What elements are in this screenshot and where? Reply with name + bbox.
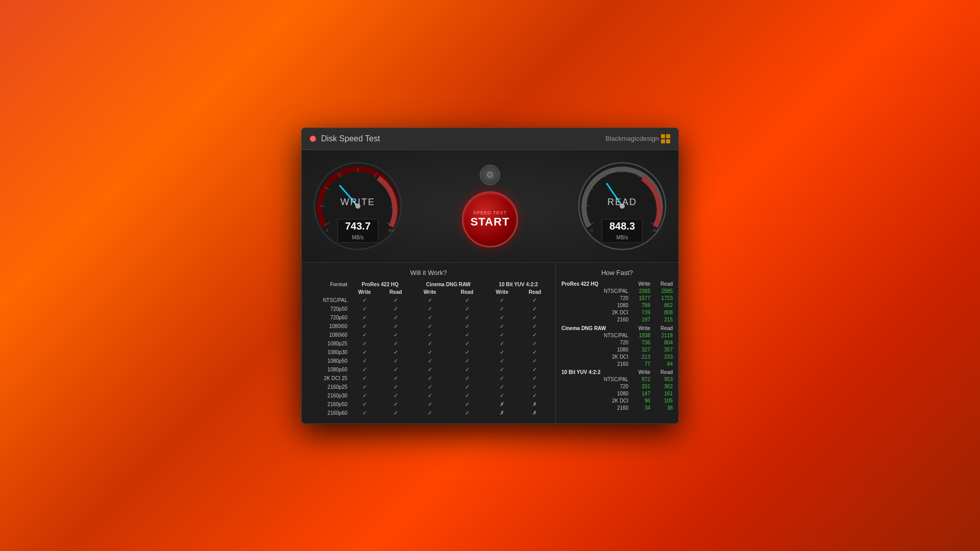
check-cell: ✓: [380, 305, 411, 313]
check-cell: ✓: [485, 357, 519, 365]
app-title: Disk Speed Test: [321, 134, 380, 143]
yuv-header: 10 Bit YUV 4:2:2: [485, 281, 551, 288]
start-button[interactable]: SPEED TEST START: [462, 191, 518, 247]
read-col-header: Read: [652, 323, 674, 332]
resolution-label: 720: [560, 295, 630, 302]
write-value: 736: [630, 339, 652, 346]
table-row: 2160p30✓✓✓✓✓✓: [306, 391, 551, 400]
resolution-label: 2160: [560, 360, 630, 367]
resolution-label: 1080: [560, 390, 630, 397]
read-value-box: 848.3 MB/s: [602, 219, 643, 243]
how-fast-row: NTSC/PAL19382118: [560, 332, 674, 339]
how-fast-row: 1080147161: [560, 390, 674, 397]
section-name: 10 Bit YUV 4:2:2: [560, 367, 630, 376]
check-cell: ✓: [485, 374, 519, 383]
check-cell: ✓: [485, 383, 519, 391]
center-controls: ⚙ SPEED TEST START: [462, 165, 518, 247]
start-button-main-label: START: [471, 215, 510, 229]
resolution-label: 2K DCI: [560, 397, 630, 405]
check-cell: ✗: [485, 400, 519, 409]
check-cell: ✓: [349, 374, 380, 383]
table-row: 720p50✓✓✓✓✓✓: [306, 305, 551, 313]
write-col-header: Write: [630, 323, 652, 332]
check-cell: ✓: [411, 339, 449, 348]
app-window: Disk Speed Test Blackmagicdesign: [301, 128, 679, 424]
check-cell: ✓: [449, 322, 485, 331]
check-cell: ✓: [380, 391, 411, 400]
check-cell: ✓: [411, 313, 449, 322]
how-fast-row: 1080788862: [560, 302, 674, 309]
table-row: 2160p50✓✓✓✓✗✗: [306, 400, 551, 409]
check-cell: ✓: [485, 391, 519, 400]
format-col-header: Format: [306, 281, 349, 288]
check-cell: ✓: [449, 365, 485, 374]
format-label: 1080i50: [306, 322, 349, 331]
format-label: 2160p60: [306, 409, 349, 417]
check-cell: ✓: [380, 296, 411, 305]
check-cell: ✓: [449, 383, 485, 391]
section-header-row: 10 Bit YUV 4:2:2WriteRead: [560, 367, 674, 376]
read-value: 2118: [652, 332, 674, 339]
check-cell: ✓: [485, 339, 519, 348]
resolution-label: NTSC/PAL: [560, 288, 630, 295]
read-value: 808: [652, 309, 674, 316]
check-cell: ✓: [411, 409, 449, 417]
settings-button[interactable]: ⚙: [480, 165, 500, 185]
check-cell: ✓: [519, 383, 551, 391]
check-cell: ✓: [349, 331, 380, 339]
table-row: 1080p60✓✓✓✓✓✓: [306, 365, 551, 374]
check-cell: ✓: [380, 365, 411, 374]
check-cell: ✓: [519, 374, 551, 383]
read-value: 161: [652, 390, 674, 397]
write-value: 331: [630, 383, 652, 390]
how-fast-table: ProRes 422 HQWriteReadNTSC/PAL2365258572…: [560, 281, 674, 412]
how-fast-row: 2160197215: [560, 316, 674, 323]
resolution-label: 2160: [560, 405, 630, 412]
check-cell: ✓: [349, 348, 380, 357]
format-label: 1080p50: [306, 357, 349, 365]
read-value: 84: [652, 360, 674, 367]
read-unit: MB/s: [617, 235, 628, 240]
check-cell: ✓: [519, 339, 551, 348]
format-label: 1080p30: [306, 348, 349, 357]
check-cell: ✓: [485, 331, 519, 339]
how-fast-row: 2K DCI213233: [560, 353, 674, 360]
write-value: 77: [630, 360, 652, 367]
check-cell: ✓: [449, 357, 485, 365]
will-it-work-panel: Will it Work? Format ProRes 422 HQ Cinem…: [302, 263, 556, 423]
cinema-read-header: Read: [449, 288, 485, 296]
check-cell: ✓: [519, 296, 551, 305]
check-cell: ✓: [519, 365, 551, 374]
check-cell: ✓: [349, 296, 380, 305]
resolution-label: 720: [560, 383, 630, 390]
check-cell: ✓: [411, 365, 449, 374]
close-button[interactable]: [310, 136, 316, 142]
check-cell: ✓: [411, 348, 449, 357]
how-fast-row: 1080327357: [560, 346, 674, 353]
brand-icon: [661, 134, 670, 143]
start-button-small-label: SPEED TEST: [473, 210, 507, 215]
table-row: 1080i50✓✓✓✓✓✓: [306, 322, 551, 331]
gauges-section: 0 3G WRITE 743.7 MB/s ⚙: [302, 150, 678, 262]
check-cell: ✓: [485, 365, 519, 374]
format-label: 720p60: [306, 313, 349, 322]
read-value: 215: [652, 316, 674, 323]
yuv-read-header: Read: [519, 288, 551, 296]
write-value: 743.7: [343, 220, 373, 232]
read-value: 848.3: [607, 220, 637, 232]
svg-text:3G: 3G: [388, 228, 394, 233]
read-value: 357: [652, 346, 674, 353]
check-cell: ✓: [349, 391, 380, 400]
table-row: 2160p60✓✓✓✓✗✗: [306, 409, 551, 417]
check-cell: ✓: [519, 357, 551, 365]
write-value: 739: [630, 309, 652, 316]
svg-text:0: 0: [591, 228, 593, 233]
read-gauge-label: READ: [607, 197, 637, 208]
check-cell: ✓: [380, 348, 411, 357]
table-row: 2K DCI 25✓✓✓✓✓✓: [306, 374, 551, 383]
table-row: 1080p50✓✓✓✓✓✓: [306, 357, 551, 365]
read-value: 233: [652, 353, 674, 360]
how-fast-row: 72015771723: [560, 295, 674, 302]
read-value: 38: [652, 405, 674, 412]
empty-th: [306, 288, 349, 296]
